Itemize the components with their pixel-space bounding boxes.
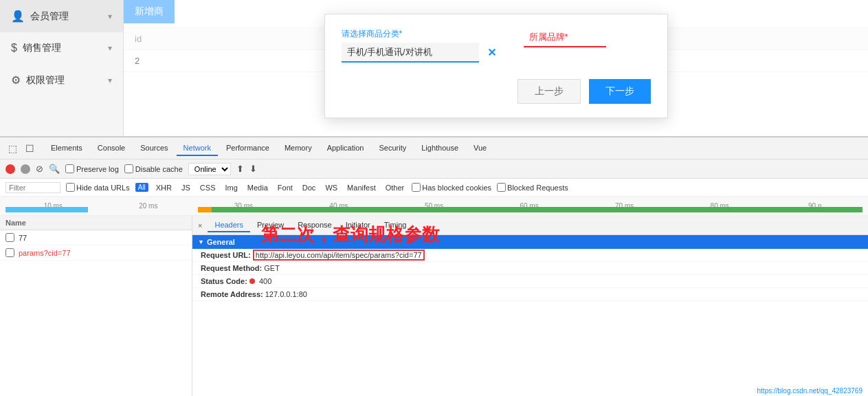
network-list-header: Name bbox=[0, 216, 192, 230]
filter-css[interactable]: CSS bbox=[198, 183, 218, 192]
detail-tab-timing[interactable]: Timing bbox=[377, 219, 414, 232]
inspect-icon[interactable]: ⬚ bbox=[5, 142, 20, 155]
category-field-label: 请选择商品分类* bbox=[342, 28, 496, 40]
sidebar-item-member[interactable]: 👤 会员管理 ▾ bbox=[0, 0, 123, 32]
tab-vue[interactable]: Vue bbox=[467, 141, 493, 156]
search-icon[interactable]: 🔍 bbox=[49, 164, 60, 174]
chevron-down-icon: ▾ bbox=[108, 76, 112, 85]
clear-button[interactable]: ✕ bbox=[487, 46, 496, 59]
hide-data-urls-label: Hide data URLs bbox=[76, 184, 130, 192]
status-code-row: Status Code: 400 bbox=[192, 275, 868, 288]
filter-doc[interactable]: Doc bbox=[300, 183, 318, 192]
remote-address-row: Remote Address: 127.0.0.1:80 bbox=[192, 288, 868, 301]
throttle-select[interactable]: Online bbox=[188, 163, 231, 175]
detail-tab-preview[interactable]: Preview bbox=[250, 219, 291, 232]
prev-button[interactable]: 上一步 bbox=[518, 79, 581, 104]
dollar-icon: $ bbox=[11, 42, 17, 54]
filter-manifest[interactable]: Manifest bbox=[345, 183, 378, 192]
filter-font[interactable]: Font bbox=[276, 183, 295, 192]
general-section-label: General bbox=[207, 238, 235, 246]
tab-application[interactable]: Application bbox=[320, 141, 371, 156]
timeline-section: 10 ms 20 ms 30 ms 40 ms 50 ms 60 ms 70 m… bbox=[0, 197, 868, 216]
request-url-value: http://api.leyou.com/api/item/spec/param… bbox=[253, 250, 425, 261]
tab-console[interactable]: Console bbox=[91, 141, 132, 156]
filter-icon[interactable]: ⊘ bbox=[36, 164, 43, 174]
disable-cache-label: Disable cache bbox=[135, 165, 183, 173]
network-list-pane: Name 77 params?cid=77 bbox=[0, 216, 192, 396]
sidebar: 👤 会员管理 ▾ $ 销售管理 ▾ ⚙ 权限管理 ▾ bbox=[0, 0, 124, 136]
filter-input[interactable] bbox=[5, 182, 60, 193]
filter-media[interactable]: Media bbox=[245, 183, 270, 192]
export-icon[interactable]: ⬇ bbox=[249, 164, 257, 174]
next-button[interactable]: 下一步 bbox=[589, 79, 651, 104]
gear-icon: ⚙ bbox=[11, 74, 21, 87]
filter-img[interactable]: Img bbox=[223, 183, 239, 192]
request-url-row: Request URL: http://api.leyou.com/api/it… bbox=[192, 249, 868, 262]
request-method-label: Request Method: bbox=[201, 264, 262, 272]
devtools-panel: ⬚ ☐ Elements Console Sources Network Per… bbox=[0, 136, 868, 396]
csdn-link[interactable]: https://blog.csdn.net/qq_42823769 bbox=[757, 387, 863, 395]
devtools-tabs-bar: ⬚ ☐ Elements Console Sources Network Per… bbox=[0, 138, 868, 160]
member-icon: 👤 bbox=[11, 10, 25, 23]
hide-data-urls-checkbox[interactable]: Hide data URLs bbox=[66, 183, 130, 192]
tab-memory[interactable]: Memory bbox=[278, 141, 319, 156]
record-button[interactable] bbox=[5, 164, 15, 174]
tab-lighthouse[interactable]: Lighthouse bbox=[414, 141, 465, 156]
network-item-77[interactable]: 77 bbox=[0, 230, 192, 245]
sidebar-item-permission-label: 权限管理 bbox=[26, 74, 65, 87]
brand-label: 所属品牌* bbox=[524, 28, 606, 47]
devtools-main-content: Name 77 params?cid=77 第二次，查询规格参数 × Heade… bbox=[0, 216, 868, 396]
status-red-dot bbox=[249, 278, 255, 284]
blocked-requests-label: Blocked Requests bbox=[507, 184, 568, 192]
disable-cache-checkbox[interactable]: Disable cache bbox=[124, 164, 183, 173]
network-item-params-checkbox[interactable] bbox=[5, 248, 14, 257]
filter-other[interactable]: Other bbox=[383, 183, 407, 192]
preserve-log-label: Preserve log bbox=[76, 165, 119, 173]
sidebar-item-sales[interactable]: $ 销售管理 ▾ bbox=[0, 32, 123, 64]
status-code-value: 400 bbox=[259, 277, 271, 285]
network-item-77-name: 77 bbox=[19, 234, 27, 242]
tab-elements[interactable]: Elements bbox=[44, 141, 89, 156]
category-input[interactable] bbox=[342, 43, 479, 63]
filter-bar: Hide data URLs All XHR JS CSS Img Media … bbox=[0, 179, 868, 197]
network-item-params[interactable]: params?cid=77 bbox=[0, 245, 192, 261]
remote-address-label: Remote Address: bbox=[201, 290, 263, 298]
request-method-value: GET bbox=[264, 264, 280, 272]
blocked-requests-checkbox[interactable]: Blocked Requests bbox=[497, 183, 568, 192]
filter-ws[interactable]: WS bbox=[323, 183, 340, 192]
network-item-77-checkbox[interactable] bbox=[5, 233, 14, 242]
chevron-down-icon: ▾ bbox=[108, 12, 112, 21]
network-toolbar: ⊘ 🔍 Preserve log Disable cache Online ⬆ … bbox=[0, 160, 868, 179]
dialog-overlay: 请选择商品分类* ✕ 所属品牌* 上一步 下一步 bbox=[124, 0, 868, 136]
detail-tabs-bar: × Headers Preview Response Initiator Tim… bbox=[192, 216, 868, 235]
import-icon[interactable]: ⬆ bbox=[236, 164, 244, 174]
dialog: 请选择商品分类* ✕ 所属品牌* 上一步 下一步 bbox=[324, 14, 668, 118]
sidebar-item-sales-label: 销售管理 bbox=[23, 42, 61, 54]
sidebar-item-member-label: 会员管理 bbox=[30, 10, 69, 23]
tab-performance[interactable]: Performance bbox=[219, 141, 276, 156]
progress-green-bar bbox=[212, 207, 863, 212]
filter-xhr[interactable]: XHR bbox=[154, 183, 174, 192]
has-blocked-cookies-checkbox[interactable]: Has blocked cookies bbox=[412, 183, 491, 192]
status-code-label: Status Code: bbox=[201, 277, 247, 285]
stop-button[interactable] bbox=[21, 164, 30, 174]
request-method-row: Request Method: GET bbox=[192, 262, 868, 275]
filter-js[interactable]: JS bbox=[179, 183, 192, 192]
main-content: 新增商 id 2 请选择商品分类* ✕ bbox=[124, 0, 868, 136]
detail-tab-headers[interactable]: Headers bbox=[208, 219, 250, 232]
device-icon[interactable]: ☐ bbox=[23, 142, 37, 155]
tab-security[interactable]: Security bbox=[372, 141, 413, 156]
sidebar-item-permission[interactable]: ⚙ 权限管理 ▾ bbox=[0, 64, 123, 96]
chevron-down-icon: ▾ bbox=[108, 43, 112, 53]
detail-close-button[interactable]: × bbox=[198, 221, 202, 230]
detail-tab-initiator[interactable]: Initiator bbox=[339, 219, 377, 232]
network-item-params-name: params?cid=77 bbox=[19, 249, 71, 257]
remote-address-value: 127.0.0.1:80 bbox=[265, 290, 307, 298]
detail-general-section: ▼ General bbox=[192, 235, 868, 249]
filter-all-badge[interactable]: All bbox=[135, 183, 148, 192]
progress-orange-bar bbox=[198, 207, 212, 212]
tab-network[interactable]: Network bbox=[177, 141, 218, 156]
tab-sources[interactable]: Sources bbox=[133, 141, 175, 156]
detail-tab-response[interactable]: Response bbox=[291, 219, 339, 232]
preserve-log-checkbox[interactable]: Preserve log bbox=[65, 164, 119, 173]
